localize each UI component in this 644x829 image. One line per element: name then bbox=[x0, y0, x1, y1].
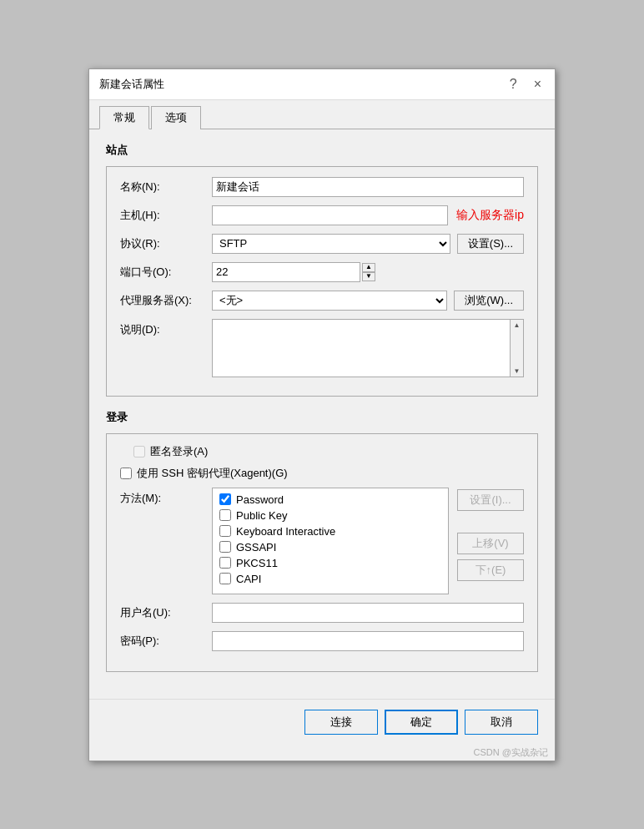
desc-row: 说明(D): ▲ ▼ bbox=[120, 319, 524, 377]
methods-list: Password Public Key Keyboard Interactive bbox=[212, 488, 449, 594]
move-up-button[interactable]: 上移(V) bbox=[457, 533, 524, 554]
host-label: 主机(H): bbox=[120, 208, 212, 223]
method-publickey-checkbox[interactable] bbox=[219, 509, 231, 521]
method-gssapi: GSSAPI bbox=[219, 541, 441, 554]
proxy-select[interactable]: <无> bbox=[212, 291, 447, 311]
protocol-label: 协议(R): bbox=[120, 236, 212, 251]
method-label: 方法(M): bbox=[120, 488, 212, 506]
anonymous-label: 匿名登录(A) bbox=[150, 444, 208, 459]
username-label: 用户名(U): bbox=[120, 605, 212, 620]
port-label: 端口号(O): bbox=[120, 265, 212, 280]
login-section-box: 匿名登录(A) 使用 SSH 密钥代理(Xagent)(G) 方法(M): Pa… bbox=[106, 433, 538, 672]
footer-buttons: 连接 确定 取消 bbox=[89, 699, 555, 745]
username-field-wrap bbox=[212, 603, 524, 623]
port-input[interactable] bbox=[212, 262, 360, 282]
move-down-button[interactable]: 下↑(E) bbox=[457, 559, 524, 581]
username-input[interactable] bbox=[212, 603, 524, 623]
dialog: 新建会话属性 ? × 常规 选项 站点 名称(N): bbox=[88, 68, 556, 761]
method-keyboard-label: Keyboard Interactive bbox=[236, 525, 335, 538]
desc-label: 说明(D): bbox=[120, 319, 212, 337]
method-pkcs11: PKCS11 bbox=[219, 557, 441, 569]
dialog-title: 新建会话属性 bbox=[99, 77, 164, 92]
method-gssapi-checkbox[interactable] bbox=[219, 541, 231, 553]
method-password-checkbox[interactable] bbox=[219, 493, 231, 505]
method-capi-checkbox[interactable] bbox=[219, 573, 231, 584]
protocol-select-wrap: SFTP FTP SCP TELNET RLOGIN RAW SERIAL bbox=[212, 234, 450, 254]
ssh-agent-label: 使用 SSH 密钥代理(Xagent)(G) bbox=[137, 466, 288, 481]
method-capi: CAPI bbox=[219, 573, 441, 585]
anonymous-row: 匿名登录(A) bbox=[133, 444, 524, 459]
ssh-agent-row: 使用 SSH 密钥代理(Xagent)(G) bbox=[120, 466, 524, 481]
ssh-agent-checkbox[interactable] bbox=[120, 468, 132, 479]
scroll-up-icon: ▲ bbox=[514, 321, 521, 329]
protocol-select[interactable]: SFTP FTP SCP TELNET RLOGIN RAW SERIAL bbox=[212, 234, 450, 254]
methods-buttons: 设置(I)... 上移(V) 下↑(E) bbox=[457, 488, 524, 581]
desc-textarea-container: ▲ ▼ bbox=[212, 319, 524, 377]
method-row: 方法(M): Password Public Key Keyboard I bbox=[120, 488, 524, 594]
port-up-button[interactable]: ▲ bbox=[362, 263, 375, 272]
close-button[interactable]: × bbox=[531, 76, 545, 93]
tab-options[interactable]: 选项 bbox=[151, 106, 201, 129]
tabs-bar: 常规 选项 bbox=[89, 100, 555, 129]
connect-button[interactable]: 连接 bbox=[304, 710, 378, 735]
watermark: CSDN @实战杂记 bbox=[89, 745, 555, 761]
password-input[interactable] bbox=[212, 631, 524, 651]
tab-general[interactable]: 常规 bbox=[99, 106, 149, 129]
title-controls: ? × bbox=[506, 76, 545, 93]
method-settings-button[interactable]: 设置(I)... bbox=[457, 489, 524, 511]
method-keyboard-checkbox[interactable] bbox=[219, 525, 231, 537]
port-down-button[interactable]: ▼ bbox=[362, 272, 375, 281]
method-capi-label: CAPI bbox=[236, 573, 261, 585]
site-section-box: 名称(N): 主机(H): 输入服务器ip 协议(R): bbox=[106, 166, 538, 397]
protocol-settings-button[interactable]: 设置(S)... bbox=[457, 234, 524, 254]
method-password-label: Password bbox=[236, 493, 284, 506]
desc-scrollbar: ▲ ▼ bbox=[511, 319, 524, 377]
port-spinner: ▲ ▼ bbox=[362, 263, 375, 281]
method-pkcs11-label: PKCS11 bbox=[236, 557, 278, 569]
ok-button[interactable]: 确定 bbox=[385, 710, 458, 735]
proxy-select-wrap: <无> bbox=[212, 291, 447, 311]
protocol-select-group: SFTP FTP SCP TELNET RLOGIN RAW SERIAL 设置… bbox=[212, 234, 524, 254]
method-keyboard: Keyboard Interactive bbox=[219, 525, 441, 538]
host-input[interactable] bbox=[212, 205, 448, 225]
desc-textarea[interactable] bbox=[212, 319, 511, 377]
proxy-row: 代理服务器(X): <无> 浏览(W)... bbox=[120, 291, 524, 311]
password-field-wrap bbox=[212, 631, 524, 651]
port-row: 端口号(O): ▲ ▼ bbox=[120, 262, 524, 282]
proxy-browse-button[interactable]: 浏览(W)... bbox=[454, 291, 524, 311]
login-section: 登录 匿名登录(A) 使用 SSH 密钥代理(Xagent)(G) 方法(M): bbox=[106, 410, 538, 672]
name-field-wrap bbox=[212, 177, 524, 197]
site-section: 站点 名称(N): 主机(H): 输入服务器ip bbox=[106, 143, 538, 397]
host-row: 主机(H): 输入服务器ip bbox=[120, 205, 524, 225]
proxy-label: 代理服务器(X): bbox=[120, 293, 212, 308]
name-label: 名称(N): bbox=[120, 179, 212, 195]
content-area: 站点 名称(N): 主机(H): 输入服务器ip bbox=[89, 129, 555, 699]
site-section-title: 站点 bbox=[106, 143, 538, 158]
name-row: 名称(N): bbox=[120, 177, 524, 197]
method-pkcs11-checkbox[interactable] bbox=[219, 557, 231, 569]
protocol-row: 协议(R): SFTP FTP SCP TELNET RLOGIN RAW SE… bbox=[120, 234, 524, 254]
password-row: 密码(P): bbox=[120, 631, 524, 651]
username-row: 用户名(U): bbox=[120, 603, 524, 623]
method-password: Password bbox=[219, 493, 441, 506]
scroll-down-icon: ▼ bbox=[514, 367, 521, 375]
login-section-title: 登录 bbox=[106, 410, 538, 425]
cancel-button[interactable]: 取消 bbox=[465, 710, 538, 735]
port-spinner-group: ▲ ▼ bbox=[212, 262, 375, 282]
method-publickey-label: Public Key bbox=[236, 509, 287, 522]
name-input[interactable] bbox=[212, 177, 524, 197]
help-button[interactable]: ? bbox=[506, 76, 521, 93]
password-label: 密码(P): bbox=[120, 634, 212, 649]
host-annotation: 输入服务器ip bbox=[456, 208, 524, 223]
anonymous-checkbox[interactable] bbox=[133, 446, 145, 457]
host-input-wrapper bbox=[212, 205, 448, 225]
proxy-select-group: <无> 浏览(W)... bbox=[212, 291, 524, 311]
title-bar: 新建会话属性 ? × bbox=[89, 69, 555, 100]
method-gssapi-label: GSSAPI bbox=[236, 541, 276, 554]
method-publickey: Public Key bbox=[219, 509, 441, 522]
